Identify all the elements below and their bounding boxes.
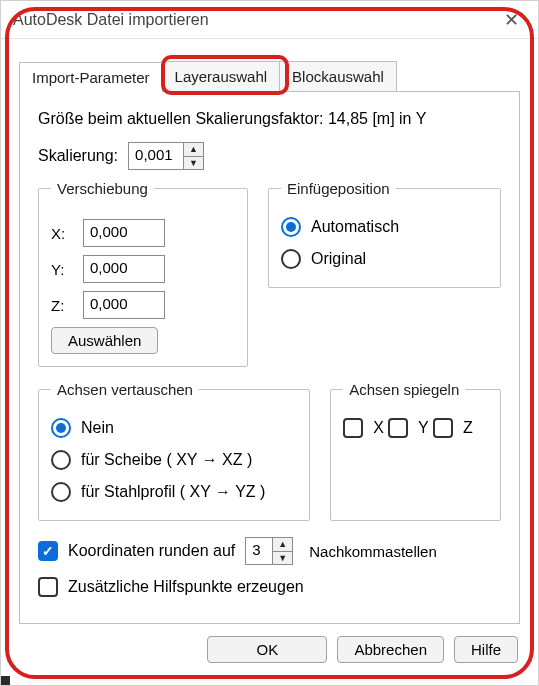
mirror-y-checkbox[interactable]: Y <box>388 418 429 438</box>
dialog-button-row: OK Abbrechen Hilfe <box>21 636 518 663</box>
swap-legend: Achsen vertauschen <box>51 381 199 398</box>
corner-marker <box>1 676 10 685</box>
scale-spinner[interactable]: 0,001 ▲ ▼ <box>128 142 204 170</box>
mirror-z-label: Z <box>463 419 473 437</box>
cancel-button[interactable]: Abbrechen <box>337 636 444 663</box>
round-coords-label: Koordinaten runden auf <box>68 542 235 560</box>
mirror-x-label: X <box>373 419 384 437</box>
axis-mirror-group: Achsen spiegeln X Y Z <box>330 381 501 521</box>
extra-points-label: Zusätzliche Hilfspunkte erzeugen <box>68 578 304 596</box>
insert-original-radio[interactable]: Original <box>281 249 366 269</box>
dialog-window: AutoDesk Datei importieren ✕ Import-Para… <box>0 0 539 686</box>
help-button[interactable]: Hilfe <box>454 636 518 663</box>
insert-auto-label: Automatisch <box>311 218 399 236</box>
close-icon[interactable]: ✕ <box>496 9 526 31</box>
chevron-down-icon[interactable]: ▼ <box>273 552 292 565</box>
shift-y-label: Y: <box>51 261 73 278</box>
axis-swap-group: Achsen vertauschen Nein für Scheibe ( XY… <box>38 381 310 521</box>
mirror-legend: Achsen spiegeln <box>343 381 465 398</box>
insert-auto-radio[interactable]: Automatisch <box>281 217 399 237</box>
insert-original-label: Original <box>311 250 366 268</box>
round-coords-row: Koordinaten runden auf 3 ▲ ▼ Nachkommast… <box>38 535 501 567</box>
shift-choose-button[interactable]: Auswählen <box>51 327 158 354</box>
shift-y-field[interactable]: 0,000 <box>83 255 165 283</box>
size-info-text: Größe beim aktuellen Skalierungsfaktor: … <box>38 110 501 128</box>
round-decimals-spinner[interactable]: 3 ▲ ▼ <box>245 537 293 565</box>
titlebar: AutoDesk Datei importieren ✕ <box>1 1 538 39</box>
checkbox-icon <box>388 418 408 438</box>
content: Import-Parameter Layerauswahl Blockauswa… <box>1 39 538 685</box>
scale-row: Skalierung: 0,001 ▲ ▼ <box>38 142 501 170</box>
radio-icon <box>281 217 301 237</box>
shift-legend: Verschiebung <box>51 180 154 197</box>
shift-z-label: Z: <box>51 297 73 314</box>
checkbox-icon <box>38 541 58 561</box>
scale-spin-buttons[interactable]: ▲ ▼ <box>183 143 203 169</box>
mirror-y-label: Y <box>418 419 429 437</box>
swap-xy-yz-radio[interactable]: für Stahlprofil ( XY → YZ ) <box>51 482 265 502</box>
tab-panel-import: Größe beim aktuellen Skalierungsfaktor: … <box>19 92 520 624</box>
round-tail-label: Nachkommastellen <box>309 543 437 560</box>
mirror-z-checkbox[interactable]: Z <box>433 418 473 438</box>
chevron-up-icon[interactable]: ▲ <box>273 538 292 552</box>
swap-xy-yz-label: für Stahlprofil ( XY → YZ ) <box>81 483 265 501</box>
insert-legend: Einfügeposition <box>281 180 396 197</box>
round-decimals-value[interactable]: 3 <box>246 538 272 564</box>
chevron-down-icon[interactable]: ▼ <box>184 157 203 170</box>
swap-none-radio[interactable]: Nein <box>51 418 114 438</box>
scale-value[interactable]: 0,001 <box>129 143 183 169</box>
shift-x-label: X: <box>51 225 73 242</box>
swap-xy-xz-radio[interactable]: für Scheibe ( XY → XZ ) <box>51 450 252 470</box>
checkbox-icon <box>343 418 363 438</box>
checkbox-icon <box>38 577 58 597</box>
radio-icon <box>281 249 301 269</box>
mirror-x-checkbox[interactable]: X <box>343 418 384 438</box>
checkbox-icon <box>433 418 453 438</box>
shift-group: Verschiebung X: 0,000 Y: 0,000 Z: 0,000 … <box>38 180 248 367</box>
swap-xy-xz-label: für Scheibe ( XY → XZ ) <box>81 451 252 469</box>
extra-points-row: Zusätzliche Hilfspunkte erzeugen <box>38 571 501 603</box>
tabstrip: Import-Parameter Layerauswahl Blockauswa… <box>19 61 520 92</box>
chevron-up-icon[interactable]: ▲ <box>184 143 203 157</box>
tab-import-parameter[interactable]: Import-Parameter <box>19 62 163 92</box>
window-title: AutoDesk Datei importieren <box>13 11 209 29</box>
tab-layerauswahl[interactable]: Layerauswahl <box>162 61 281 91</box>
tab-blockauswahl[interactable]: Blockauswahl <box>279 61 397 91</box>
insert-position-group: Einfügeposition Automatisch Original <box>268 180 501 288</box>
round-spin-buttons[interactable]: ▲ ▼ <box>272 538 292 564</box>
radio-icon <box>51 482 71 502</box>
shift-x-field[interactable]: 0,000 <box>83 219 165 247</box>
radio-icon <box>51 450 71 470</box>
extra-points-checkbox[interactable]: Zusätzliche Hilfspunkte erzeugen <box>38 577 304 597</box>
radio-icon <box>51 418 71 438</box>
shift-z-field[interactable]: 0,000 <box>83 291 165 319</box>
round-coords-checkbox[interactable]: Koordinaten runden auf <box>38 541 235 561</box>
ok-button[interactable]: OK <box>207 636 327 663</box>
swap-none-label: Nein <box>81 419 114 437</box>
scale-label: Skalierung: <box>38 147 118 165</box>
